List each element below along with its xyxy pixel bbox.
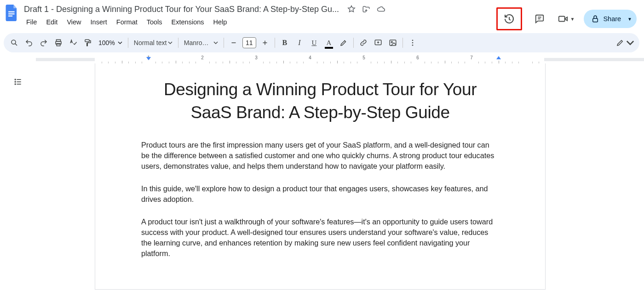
editing-mode-button[interactable] (615, 36, 636, 50)
star-icon[interactable] (347, 5, 356, 13)
insert-link-button[interactable] (356, 36, 370, 50)
svg-rect-1 (8, 13, 15, 14)
toolbar: 100% Normal text Manro… B I U A (4, 33, 639, 52)
menu-extensions[interactable]: Extensions (167, 17, 208, 28)
paragraph: Product tours are the first impression m… (141, 140, 499, 171)
separator (275, 38, 275, 48)
separator (224, 38, 224, 48)
svg-point-20 (391, 41, 392, 43)
italic-button[interactable]: I (293, 36, 306, 50)
menu-format[interactable]: Format (112, 17, 142, 28)
menu-help[interactable]: Help (209, 17, 231, 28)
ruler-number: 3 (255, 55, 258, 60)
document-title[interactable]: Draft 1 - Designing a Winning Product To… (22, 4, 341, 15)
undo-button[interactable] (22, 36, 36, 50)
svg-point-26 (15, 81, 16, 82)
insert-image-button[interactable] (386, 36, 400, 50)
paint-format-button[interactable] (81, 36, 95, 50)
increase-font-size-button[interactable] (258, 36, 272, 50)
meet-button[interactable]: ▼ (557, 10, 575, 28)
paragraph: In this guide, we'll explore how to desi… (141, 183, 499, 205)
chevron-down-icon (626, 39, 634, 47)
menu-edit[interactable]: Edit (42, 17, 62, 28)
font-select[interactable]: Manro… (181, 39, 221, 46)
text-color-button[interactable]: A (322, 36, 336, 50)
paragraph: A product tour isn't just a walkthrough … (141, 217, 499, 259)
font-value: Manro… (184, 39, 209, 46)
paragraph-style-select[interactable]: Normal text (131, 39, 175, 46)
chevron-down-icon (168, 40, 172, 45)
title-bar: Draft 1 - Designing a Winning Product To… (0, 0, 644, 30)
version-history-button[interactable] (496, 7, 522, 30)
svg-rect-12 (85, 40, 89, 42)
share-button[interactable]: Share ▼ (584, 10, 637, 28)
separator (178, 38, 178, 48)
horizontal-ruler[interactable]: 1234567 (36, 55, 644, 63)
document-page[interactable]: Designing a Winning Product Tour for You… (95, 63, 546, 290)
menu-file[interactable]: File (22, 17, 41, 28)
zoom-value: 100% (98, 39, 115, 46)
document-heading: Designing a Winning Product Tour for You… (141, 78, 499, 124)
cloud-status-icon[interactable] (377, 5, 385, 13)
left-indent-marker[interactable] (146, 57, 151, 60)
svg-point-22 (412, 42, 413, 44)
menu-bar: File Edit View Insert Format Tools Exten… (22, 17, 385, 28)
separator (402, 38, 403, 48)
svg-rect-6 (593, 18, 598, 22)
svg-rect-5 (559, 17, 565, 22)
svg-line-8 (15, 44, 17, 46)
underline-button[interactable]: U (307, 36, 321, 50)
svg-point-24 (15, 79, 16, 80)
chevron-down-icon (213, 40, 218, 45)
ruler-number: 6 (416, 55, 419, 60)
font-size-input[interactable] (242, 37, 256, 48)
separator (353, 38, 354, 48)
add-comment-button[interactable] (371, 36, 385, 50)
more-toolbar-button[interactable] (406, 36, 420, 50)
svg-rect-2 (8, 16, 12, 17)
bold-button[interactable]: B (278, 36, 292, 50)
ruler-number: 4 (309, 55, 311, 60)
svg-point-21 (412, 40, 413, 41)
svg-rect-0 (8, 11, 15, 12)
share-label: Share (603, 15, 621, 23)
comments-button[interactable] (530, 10, 549, 28)
search-button[interactable] (7, 36, 21, 50)
menu-view[interactable]: View (63, 17, 85, 28)
document-outline-button[interactable] (13, 77, 23, 88)
redo-button[interactable] (37, 36, 51, 50)
highlight-color-button[interactable] (337, 36, 351, 50)
spellcheck-button[interactable] (66, 36, 80, 50)
ruler-number: 5 (362, 55, 365, 60)
chevron-down-icon (118, 40, 122, 45)
svg-point-23 (412, 45, 413, 46)
move-icon[interactable] (362, 5, 370, 13)
docs-logo[interactable] (5, 4, 19, 22)
chevron-down-icon: ▼ (570, 17, 575, 22)
ruler-number: 7 (470, 55, 473, 60)
menu-tools[interactable]: Tools (143, 17, 167, 28)
chevron-down-icon: ▼ (627, 17, 632, 22)
ruler-number: 2 (201, 55, 204, 60)
svg-point-7 (12, 40, 16, 44)
zoom-select[interactable]: 100% (96, 39, 125, 46)
separator (128, 38, 128, 48)
decrease-font-size-button[interactable] (227, 36, 241, 50)
menu-insert[interactable]: Insert (86, 17, 111, 28)
right-indent-marker[interactable] (496, 56, 501, 59)
paragraph-style-value: Normal text (134, 39, 167, 46)
svg-rect-19 (390, 40, 396, 46)
svg-point-28 (15, 84, 16, 85)
print-button[interactable] (52, 36, 65, 50)
